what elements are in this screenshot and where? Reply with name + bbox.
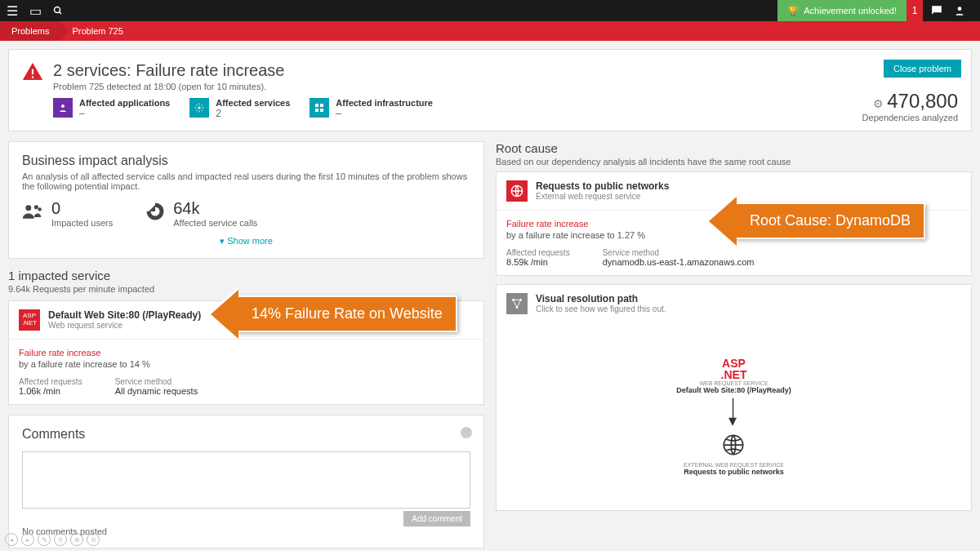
problem-title: 2 services: Failure rate increase <box>53 61 958 80</box>
achievement-text: Achievement unlocked! <box>804 6 897 16</box>
achievement-banner[interactable]: 🏆 Achievement unlocked! <box>777 0 906 21</box>
nav-circle-6[interactable]: ⊖ <box>87 533 100 546</box>
help-icon[interactable] <box>461 427 472 438</box>
svg-point-5 <box>61 104 65 108</box>
notification-badge[interactable]: 1 <box>906 0 923 21</box>
annotation-right: Root Cause: DynamoDB <box>735 202 925 239</box>
path-icon <box>506 293 528 314</box>
affected-infra[interactable]: Affected infrastructure – <box>310 98 433 119</box>
globe-icon <box>684 433 784 462</box>
problem-subtitle: Problem 725 detected at 18:00 (open for … <box>53 82 958 91</box>
apps-icon <box>53 98 73 118</box>
impacted-users: 0 Impacted users <box>22 199 113 228</box>
comments-card: Comments Add comment No comments posted <box>8 415 484 549</box>
svg-rect-10 <box>320 109 323 112</box>
nav-circle-1[interactable]: ◂ <box>5 533 18 546</box>
impact-desc: An analysis of all affected service call… <box>22 171 470 191</box>
failure-desc: by a failure rate increase to 14 % <box>19 359 474 369</box>
affected-services[interactable]: Affected services 2 <box>189 98 290 119</box>
user-icon[interactable] <box>954 5 965 16</box>
svg-point-13 <box>38 207 42 211</box>
root-service-name: Requests to public networks <box>536 180 669 192</box>
comment-input[interactable] <box>22 451 470 509</box>
impact-analysis-card: Business impact analysis An analysis of … <box>8 141 484 259</box>
svg-rect-8 <box>320 104 323 107</box>
svg-line-1 <box>60 12 62 15</box>
breadcrumb: Problems Problem 725 <box>0 21 980 41</box>
affected-calls: 64k Affected service calls <box>145 199 257 228</box>
svg-point-0 <box>55 7 60 13</box>
root-cause-sub: Based on our dependency analysis all inc… <box>496 157 972 167</box>
arrow-down-icon: │▾ <box>728 401 739 427</box>
trophy-icon: 🏆 <box>787 6 799 16</box>
impacted-title: 1 impacted service <box>8 269 484 282</box>
resolution-path-diagram: ASP.NET WEB REQUEST SERVICE Default Web … <box>497 322 971 510</box>
svg-point-6 <box>198 107 201 109</box>
affected-apps[interactable]: Affected applications – <box>53 98 170 119</box>
impact-title: Business impact analysis <box>22 153 470 168</box>
services-icon <box>189 98 209 118</box>
svg-point-2 <box>958 7 962 11</box>
vis-title: Visual resolution path <box>536 293 666 304</box>
nav-circle-5[interactable]: ⊕ <box>70 533 83 546</box>
comments-title: Comments <box>22 427 470 442</box>
root-service-type: External web request service <box>536 192 669 201</box>
dependencies-analyzed: ⚙470,800 Dependencies analyzed <box>862 90 958 122</box>
add-comment-button[interactable]: Add comment <box>403 511 470 527</box>
users-icon <box>22 202 43 225</box>
visual-resolution-card[interactable]: Visual resolution path Click to see how … <box>496 284 972 511</box>
vis-sub: Click to see how we figured this out. <box>536 304 666 313</box>
top-bar: ☰ ▭ 🏆 Achievement unlocked! 1 <box>0 0 980 21</box>
breadcrumb-root[interactable]: Problems <box>0 21 60 41</box>
impacted-service-section: 1 impacted service 9.64k Requests per mi… <box>8 269 484 405</box>
nav-circle-2[interactable]: ▸ <box>21 533 34 546</box>
show-more-link[interactable]: ▾ Show more <box>22 236 470 247</box>
root-cause-title: Root cause <box>496 141 972 155</box>
search-icon[interactable] <box>52 5 64 16</box>
bottom-toolbar: ◂ ▸ ✎ ⎘ ⊕ ⊖ <box>5 533 100 546</box>
impacted-sub: 9.64k Requests per minute impacted <box>8 284 484 294</box>
asp-net-badge: ASP .NET <box>19 309 40 331</box>
monitor-icon[interactable]: ▭ <box>29 5 41 16</box>
nav-circle-4[interactable]: ⎘ <box>54 533 67 546</box>
alert-icon <box>22 61 43 82</box>
svg-point-12 <box>34 205 38 209</box>
service-type: Web request service <box>48 321 201 330</box>
infra-icon <box>310 98 329 118</box>
service-name: Default Web Site:80 (/PlayReady) <box>48 309 201 321</box>
annotation-left: 14% Failure Rate on Website <box>237 295 457 332</box>
calls-icon <box>145 202 165 226</box>
menu-icon[interactable]: ☰ <box>7 5 18 16</box>
failure-title: Failure rate increase <box>19 348 474 358</box>
svg-rect-9 <box>315 109 318 112</box>
svg-point-11 <box>25 205 31 211</box>
globe-badge <box>506 180 528 202</box>
nav-circle-3[interactable]: ✎ <box>38 533 51 546</box>
problem-header: 2 services: Failure rate increase Proble… <box>8 49 972 131</box>
breadcrumb-current[interactable]: Problem 725 <box>60 21 134 41</box>
svg-rect-4 <box>32 76 33 78</box>
close-problem-button[interactable]: Close problem <box>884 60 961 78</box>
svg-rect-3 <box>32 69 33 75</box>
deps-icon: ⚙ <box>873 97 884 110</box>
svg-rect-7 <box>315 104 318 107</box>
chat-icon[interactable] <box>931 5 942 16</box>
